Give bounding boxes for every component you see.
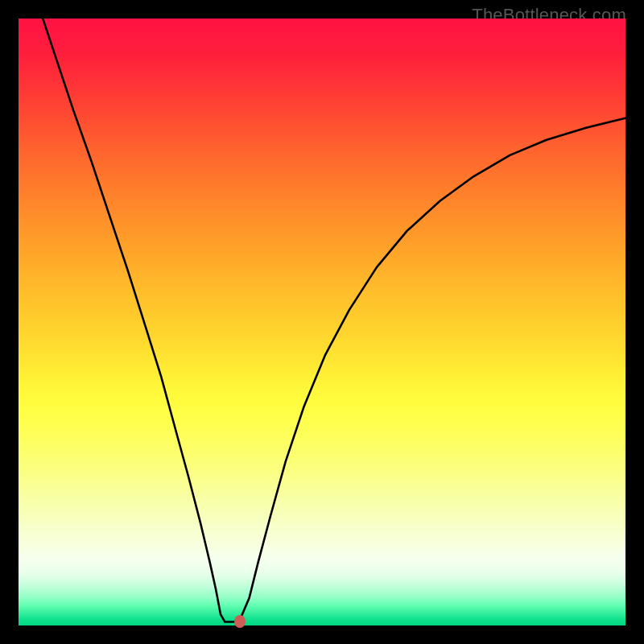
plot-area [19, 19, 625, 625]
bottleneck-curve-path [43, 19, 625, 621]
optimal-point-marker [234, 615, 246, 628]
curve-svg [19, 19, 625, 625]
chart-container: TheBottleneck.com [0, 0, 644, 644]
